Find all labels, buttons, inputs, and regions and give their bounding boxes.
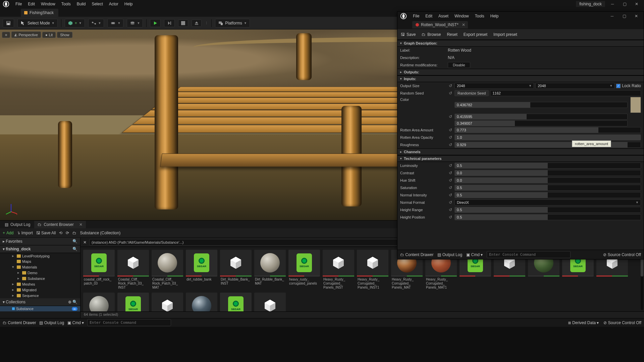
cmd-dropdown[interactable]: ▣ Cmd ▾: [67, 320, 84, 325]
source-control[interactable]: ⊘ Source Control Off: [603, 252, 641, 257]
saturation-slider[interactable]: 0.5: [454, 185, 641, 191]
save-level-button[interactable]: [3, 19, 14, 27]
asset-item[interactable]: Coastal_Cliff_Rock_Patch_03_INST: [117, 250, 149, 290]
eject-button[interactable]: [192, 19, 202, 27]
path-label[interactable]: Substance (Collection): [80, 231, 120, 235]
add-collection-icon[interactable]: ⊕: [68, 300, 71, 304]
hue-slider[interactable]: 0.0: [454, 177, 641, 183]
contrast-slider[interactable]: 0.0: [454, 170, 641, 176]
asset-item[interactable]: [83, 293, 115, 311]
browse-button[interactable]: 🗀 Browse: [422, 32, 441, 37]
height-pos-slider[interactable]: 0.5: [454, 214, 641, 220]
lock-ratio-checkbox[interactable]: ✓: [616, 84, 621, 88]
tree-item[interactable]: ▸Demo: [0, 270, 80, 276]
vp-lit[interactable]: ● Lit: [42, 32, 56, 38]
search-icon[interactable]: 🔍: [72, 300, 77, 304]
import-preset-button[interactable]: Import preset: [493, 32, 517, 37]
tree-item[interactable]: ▸Meshes: [0, 281, 80, 287]
menu-help[interactable]: Help: [124, 2, 133, 6]
sub-tab[interactable]: Rotten_Wood_INST* ✕: [412, 21, 468, 28]
menu-file[interactable]: File: [15, 2, 22, 6]
sub-menu-help[interactable]: Help: [490, 14, 499, 18]
sub-menu-window[interactable]: Window: [454, 14, 469, 18]
asset-item[interactable]: SBSARcoastal_cliff_rock_patch_03: [83, 250, 115, 290]
expand-icon[interactable]: ▾: [3, 247, 5, 251]
asset-item[interactable]: Heavy_Rusty_Corrugated_Panels_INST: [323, 250, 354, 290]
minimize-button[interactable]: ─: [608, 1, 617, 7]
randomize-button[interactable]: Randomize Seed: [454, 90, 489, 96]
vp-show[interactable]: Show: [57, 32, 72, 38]
stop-button[interactable]: [178, 19, 188, 27]
root-folder[interactable]: fishing_dock: [6, 247, 31, 251]
sub-maximize-button[interactable]: ▢: [620, 13, 629, 19]
section-channels[interactable]: ▸Channels: [397, 148, 644, 155]
size-h-select[interactable]: 2048▼: [535, 83, 615, 89]
asset-item[interactable]: [152, 293, 183, 311]
asset-item[interactable]: [186, 293, 217, 311]
tab-content-browser[interactable]: 🗀Content Browser✕: [34, 221, 86, 228]
import-button[interactable]: ↴ Import: [17, 231, 33, 235]
search-icon[interactable]: 🔍: [72, 247, 77, 251]
reset-icon[interactable]: ↺: [448, 128, 453, 132]
vp-menu-button[interactable]: ≡: [2, 32, 10, 38]
color-swatch[interactable]: [630, 97, 641, 113]
normal-int-slider[interactable]: 0.5: [454, 192, 641, 198]
menu-select[interactable]: Select: [92, 2, 103, 6]
console-input[interactable]: [487, 251, 571, 258]
favorites-header[interactable]: Favorites: [6, 239, 22, 244]
asset-item[interactable]: Dirt_Rubble_Bank_MAT: [254, 250, 286, 290]
tree-item[interactable]: ▸Migrated: [0, 287, 80, 293]
tab-output-log[interactable]: ▤Output Log: [1, 221, 34, 228]
sub-close-button[interactable]: ✕: [632, 13, 641, 19]
asset-item[interactable]: Dirt_Rubble_Bank_INST: [220, 250, 252, 290]
sub-minimize-button[interactable]: ─: [607, 13, 617, 19]
reset-icon[interactable]: ↺: [448, 178, 453, 183]
sub-menu-tools[interactable]: Tools: [475, 14, 484, 18]
section-graph[interactable]: ▾Graph Description:: [397, 40, 644, 47]
roughness-slider[interactable]: 0.929: [454, 142, 641, 148]
select-mode-button[interactable]: Select Mode▼: [17, 19, 58, 27]
collections-header[interactable]: Collections: [6, 300, 25, 304]
asset-item[interactable]: SBSAR: [117, 293, 149, 311]
section-inputs[interactable]: ▾Inputs:: [397, 75, 644, 82]
sub-menu-edit[interactable]: Edit: [425, 14, 432, 18]
content-drawer-button[interactable]: 🗀 Content Drawer: [400, 252, 433, 257]
maximize-button[interactable]: ▢: [620, 1, 629, 7]
source-control[interactable]: ⊘ Source Control Off: [603, 320, 641, 325]
menu-build[interactable]: Build: [77, 2, 86, 6]
seed-field[interactable]: 1162: [490, 90, 641, 96]
tree-item[interactable]: Maps: [0, 259, 80, 264]
reset-icon[interactable]: ↺: [448, 171, 453, 175]
sub-menu-asset[interactable]: Asset: [438, 14, 448, 18]
console-input[interactable]: [87, 319, 171, 326]
close-button[interactable]: ✕: [632, 1, 641, 7]
menu-window[interactable]: Window: [41, 2, 55, 6]
collection-item[interactable]: Substance∞: [0, 306, 80, 311]
menu-edit[interactable]: Edit: [28, 2, 35, 6]
section-outputs[interactable]: ▸Outputs:: [397, 69, 644, 75]
rotten-opacity-slider[interactable]: 1.0: [454, 134, 641, 140]
color-r-field[interactable]: 0.436782: [454, 102, 628, 108]
blueprint-button[interactable]: ▼: [88, 19, 104, 27]
play-menu-chevron[interactable]: ⋮: [205, 21, 208, 25]
size-w-select[interactable]: 2048▼: [454, 83, 534, 89]
asset-item[interactable]: [254, 293, 286, 311]
tree-item[interactable]: ▾Materials: [0, 264, 80, 270]
luminosity-slider[interactable]: 0.5: [454, 163, 641, 169]
output-log-button[interactable]: ▤ Output Log: [437, 252, 462, 257]
reset-icon[interactable]: ↺: [448, 163, 453, 168]
expand-icon[interactable]: ▸: [3, 239, 5, 244]
asset-item[interactable]: SBSAR: [220, 293, 252, 311]
tree-item[interactable]: ▸Substance: [0, 276, 80, 281]
reset-icon[interactable]: ↺: [448, 185, 453, 190]
search-icon[interactable]: 🔍: [72, 239, 77, 244]
close-icon[interactable]: ✕: [462, 22, 465, 27]
asset-item[interactable]: Coastal_Cliff_Rock_Patch_03_MAT: [152, 250, 183, 290]
asset-item[interactable]: SBSARheavy_rusty_corrugated_panels: [288, 250, 320, 290]
reset-icon[interactable]: ↺: [448, 83, 453, 88]
menu-actor[interactable]: Actor: [109, 2, 118, 6]
expand-icon[interactable]: ▾: [3, 300, 5, 304]
export-preset-button[interactable]: Export preset: [464, 32, 487, 37]
save-all-button[interactable]: 🖫 Save All: [36, 231, 56, 235]
tree-item[interactable]: ▸LevelPrototyping: [0, 253, 80, 259]
